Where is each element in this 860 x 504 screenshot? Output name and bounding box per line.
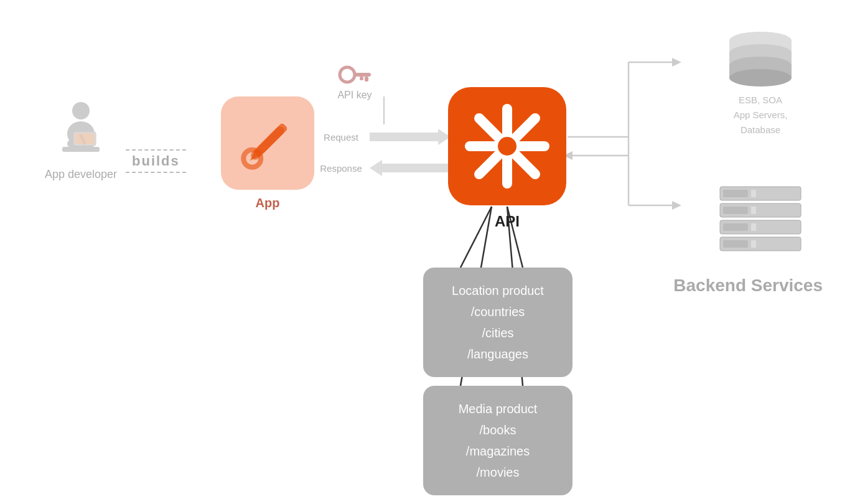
svg-marker-30 xyxy=(370,160,451,176)
svg-rect-57 xyxy=(723,240,748,248)
svg-point-35 xyxy=(496,135,518,157)
response-arrow-icon xyxy=(370,159,451,177)
svg-point-25 xyxy=(340,67,355,82)
svg-point-14 xyxy=(72,102,90,119)
svg-point-42 xyxy=(729,69,792,86)
developer-person-icon xyxy=(56,100,106,162)
database-icon xyxy=(723,28,798,90)
media-line-1: Media product xyxy=(442,398,554,419)
svg-marker-29 xyxy=(370,129,451,145)
svg-rect-46 xyxy=(751,190,756,197)
svg-rect-45 xyxy=(723,190,748,197)
svg-rect-17 xyxy=(62,147,100,152)
svg-rect-58 xyxy=(751,240,756,248)
svg-rect-54 xyxy=(751,223,756,231)
app-label: App xyxy=(221,196,314,210)
tools-icon xyxy=(233,109,302,177)
svg-rect-27 xyxy=(365,77,368,82)
svg-rect-20 xyxy=(75,133,95,144)
api-snowflake-icon xyxy=(464,103,551,190)
builds-label: builds xyxy=(126,149,186,173)
media-line-3: /magazines xyxy=(442,441,554,462)
response-label: Response xyxy=(316,163,366,174)
svg-rect-53 xyxy=(723,223,748,231)
location-line-4: /languages xyxy=(442,343,554,365)
api-hub-box xyxy=(448,87,566,205)
svg-marker-4 xyxy=(672,58,681,67)
location-product-box: Location product /countries /cities /lan… xyxy=(423,268,573,377)
api-key-label: API key xyxy=(337,90,372,101)
app-developer: App developer xyxy=(31,100,131,181)
backend-top-text: ESB, SOA App Servers, Database xyxy=(723,93,798,138)
location-line-3: /cities xyxy=(442,322,554,343)
location-line-2: /countries xyxy=(442,301,554,322)
diagram: App developer builds App API key xyxy=(0,0,860,504)
api-label: API xyxy=(448,213,566,230)
media-line-4: /movies xyxy=(442,462,554,483)
media-line-2: /books xyxy=(442,419,554,441)
server-icon-area xyxy=(714,184,807,254)
app-developer-label: App developer xyxy=(45,168,117,181)
svg-rect-23 xyxy=(256,123,288,155)
backend-services-label: Backend Services xyxy=(673,276,823,296)
response-arrow-row: Response xyxy=(316,159,451,177)
request-arrow-row: Request xyxy=(316,128,451,146)
key-icon xyxy=(336,62,373,87)
app-icon-box xyxy=(221,96,314,190)
location-line-1: Location product xyxy=(442,280,554,301)
svg-rect-26 xyxy=(353,73,371,77)
api-key-area: API key xyxy=(336,62,373,101)
database-icon-area: ESB, SOA App Servers, Database xyxy=(723,28,798,138)
svg-rect-28 xyxy=(360,77,363,80)
media-product-box: Media product /books /magazines /movies xyxy=(423,386,573,495)
request-label: Request xyxy=(316,132,366,142)
server-rack-icon xyxy=(714,184,807,252)
svg-rect-50 xyxy=(751,207,756,214)
request-arrow-icon xyxy=(370,128,451,146)
svg-marker-9 xyxy=(672,201,681,210)
svg-rect-49 xyxy=(723,207,748,214)
